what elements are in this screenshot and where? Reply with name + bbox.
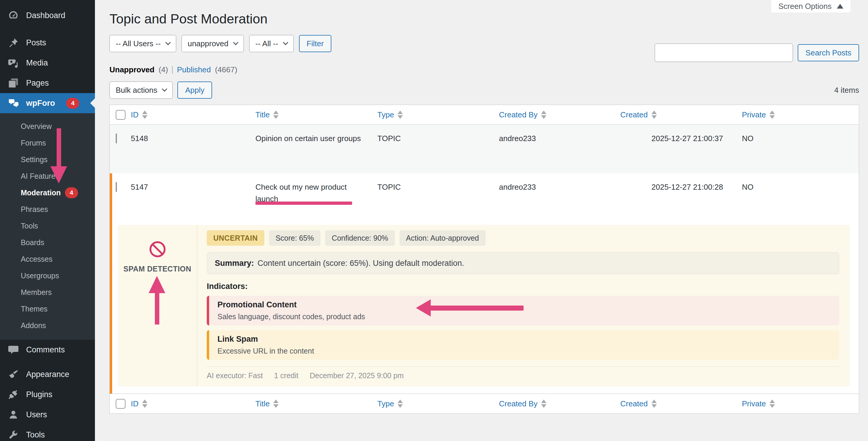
search-block: Search Posts [655,43,859,62]
cell-private: NO [742,173,859,222]
screen-options-label: Screen Options [778,2,832,11]
table-row: 5148 Opinion on certain user groups TOPI… [110,125,859,173]
column-header-created-by[interactable]: Created By [499,105,620,125]
chevron-up-icon [837,4,843,9]
search-posts-button[interactable]: Search Posts [798,44,859,61]
submenu-item-phrases[interactable]: Phrases [0,201,95,217]
select-all-checkbox[interactable] [116,399,125,409]
sidebar-item-label: Comments [26,345,65,354]
divider [172,66,173,74]
sidebar-item-tools[interactable]: Tools [0,425,95,441]
row-checkbox[interactable] [116,182,117,192]
indicators-label: Indicators: [207,282,839,291]
filter-button[interactable]: Filter [299,35,332,52]
action-badge: Action: Auto-approved [400,230,486,246]
wpforo-submenu: Overview Forums Settings AI Features Mod… [0,113,95,340]
column-header-private[interactable]: Private [742,394,859,413]
column-header-type[interactable]: Type [377,105,499,125]
column-header-created[interactable]: Created [620,394,742,413]
pushpin-icon [8,37,19,48]
sidebar-item-wpforo[interactable]: wpForo 4 [0,93,95,113]
sidebar-item-label: Plugins [26,390,53,399]
screen-options-tab[interactable]: Screen Options [771,0,850,12]
user-filter-select[interactable]: -- All Users -- [110,35,176,52]
brush-icon [8,369,19,380]
sidebar-item-label: wpForo [26,99,55,108]
spam-detection-label: SPAM DETECTION [123,265,191,273]
sort-icon [541,400,547,408]
submenu-item-moderation[interactable]: Moderation 4 [0,184,95,201]
cell-created-by: andreo233 [499,125,620,173]
cell-id: 5148 [131,125,255,173]
sidebar-item-pages[interactable]: Pages [0,73,95,93]
submenu-item-ai-features[interactable]: AI Features [0,168,95,184]
sidebar-item-appearance[interactable]: Appearance [0,364,95,384]
spam-detail-row: SPAM DETECTION UNCERTAIN Score: 65% Conf… [110,222,859,394]
row-checkbox[interactable] [116,133,117,143]
summary-box: Summary:Content uncertain (score: 65%). … [207,252,839,274]
view-unapproved-link[interactable]: Unapproved [110,65,155,74]
column-header-created-by[interactable]: Created By [499,394,620,413]
table-header-row: ID Title Type Created By Created Private [110,105,859,125]
plug-icon [8,389,19,400]
sidebar-item-comments[interactable]: Comments [0,340,95,360]
cell-title: Check out my new product launch [255,173,377,222]
credits: 1 credit [274,371,299,380]
chevron-down-icon [233,40,238,45]
submenu-item-accesses[interactable]: Accesses [0,251,95,267]
cell-created: 2025-12-27 21:00:37 [620,125,742,173]
table-row: 5147 Check out my new product launch TOP… [110,173,859,222]
column-header-id[interactable]: ID [131,394,255,413]
submenu-item-usergroups[interactable]: Usergroups [0,267,95,284]
submenu-item-boards[interactable]: Boards [0,234,95,251]
confidence-badge: Confidence: 90% [325,230,395,246]
sort-icon [651,110,657,119]
wrench-icon [8,429,19,440]
view-published-link[interactable]: Published [177,65,211,74]
spam-badges-row: UNCERTAIN Score: 65% Confidence: 90% Act… [207,230,839,246]
sort-icon [273,400,279,408]
column-header-private[interactable]: Private [742,105,859,125]
select-all-checkbox[interactable] [116,110,125,120]
sidebar-separator [0,360,95,364]
page-title: Topic and Post Moderation [110,11,859,27]
type-filter-select[interactable]: -- All -- [249,35,294,52]
analysis-date: December 27, 2025 9:00 pm [310,371,404,380]
indicator-card-promotional: Promotional Content Sales language, disc… [207,296,839,326]
view-links: Unapproved (4) Published (4667) [110,65,859,74]
sidebar-item-label: Dashboard [26,11,65,20]
sidebar-item-plugins[interactable]: Plugins [0,384,95,405]
submenu-item-addons[interactable]: Addons [0,317,95,334]
submenu-item-forums[interactable]: Forums [0,135,95,151]
column-header-type[interactable]: Type [377,394,499,413]
chevron-down-icon [165,40,170,45]
sidebar-item-users[interactable]: Users [0,405,95,425]
submenu-item-tools[interactable]: Tools [0,217,95,234]
submenu-item-themes[interactable]: Themes [0,301,95,317]
unapproved-row-block: 5147 Check out my new product launch TOP… [110,173,859,394]
submenu-item-settings[interactable]: Settings [0,151,95,168]
bulk-actions-select[interactable]: Bulk actions [110,81,173,99]
search-input[interactable] [655,43,793,62]
indicator-card-link-spam: Link Spam Excessive URL in the content [207,330,839,360]
sidebar-item-media[interactable]: Media [0,53,95,73]
sidebar-item-dashboard[interactable]: Dashboard [0,5,95,26]
column-header-created[interactable]: Created [620,105,742,125]
apply-button[interactable]: Apply [177,81,212,99]
sidebar-item-posts[interactable]: Posts [0,33,95,53]
wpforo-count-badge: 4 [66,98,79,109]
indicator-title: Link Spam [217,335,831,344]
column-header-id[interactable]: ID [131,105,255,125]
submenu-item-members[interactable]: Members [0,284,95,301]
cell-type: TOPIC [377,125,499,173]
column-header-title[interactable]: Title [255,394,377,413]
cell-private: NO [742,125,859,173]
column-header-title[interactable]: Title [255,105,377,125]
indicator-desc: Excessive URL in the content [217,347,831,355]
score-badge: Score: 65% [269,230,320,246]
spam-panel-body: UNCERTAIN Score: 65% Confidence: 90% Act… [197,225,850,386]
submenu-item-overview[interactable]: Overview [0,118,95,135]
active-menu-notch [90,98,95,108]
cell-id: 5147 [131,173,255,222]
status-filter-select[interactable]: unapproved [182,35,244,52]
